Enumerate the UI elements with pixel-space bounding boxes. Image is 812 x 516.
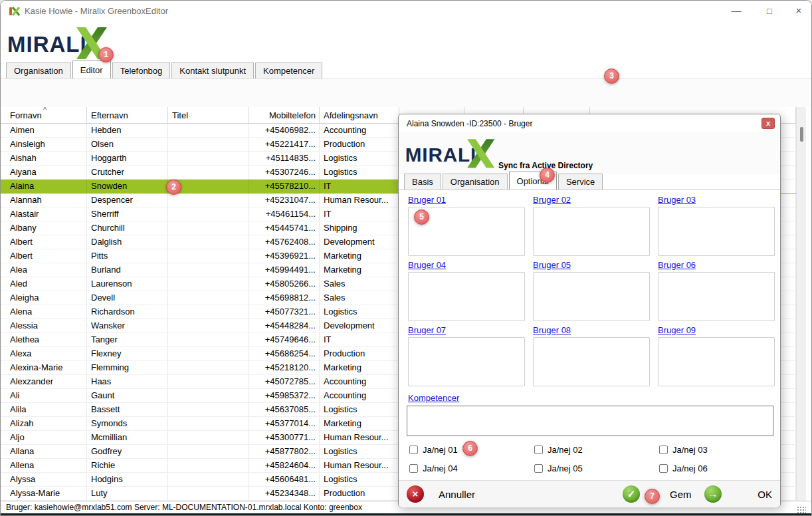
table-cell: Marketing — [320, 263, 399, 277]
column-header-efternavn[interactable]: Efternavn — [87, 107, 168, 123]
bruger-textbox[interactable] — [533, 272, 650, 321]
dialog-tab-strip: BasisOrganisationOptionalService — [404, 174, 604, 190]
kompetencer-link[interactable]: Kompetencer — [408, 393, 459, 403]
table-cell: Production — [320, 487, 399, 500]
table-cell — [168, 138, 249, 151]
table-cell: Albert — [1, 249, 87, 263]
checkbox-ja-nej-03[interactable]: Ja/nej 03 — [659, 444, 708, 455]
checkbox-ja-nej-02[interactable]: Ja/nej 02 — [534, 444, 583, 455]
checkbox-ja-nej-05[interactable]: Ja/nej 05 — [534, 463, 583, 473]
table-cell: +45824604... — [249, 459, 320, 472]
checkbox-ja-nej-01[interactable]: Ja/nej 01 — [409, 444, 458, 455]
table-cell: IT — [320, 180, 399, 193]
column-header-afdelingsnavn[interactable]: Afdelingsnavn — [320, 107, 399, 123]
table-cell: Marketing — [320, 361, 399, 374]
bruger-link-bruger-03[interactable]: Bruger 03 — [658, 195, 696, 205]
tab-organisation[interactable]: Organisation — [6, 63, 71, 78]
close-button[interactable]: × — [789, 5, 809, 16]
ok-button[interactable]: OK — [758, 489, 772, 500]
column-header-mobiltelefon[interactable]: Mobiltelefon — [249, 107, 320, 123]
table-cell: Godfrey — [87, 445, 168, 458]
tab-editor[interactable]: Editor — [72, 61, 111, 78]
tab-kontakt-slutpunkt[interactable]: Kontakt slutpunkt — [171, 63, 254, 78]
bruger-link-bruger-02[interactable]: Bruger 02 — [533, 195, 571, 205]
bruger-textbox[interactable] — [408, 272, 525, 321]
bruger-textbox[interactable] — [658, 337, 775, 386]
table-cell: +45805266... — [249, 277, 320, 291]
table-cell — [168, 152, 249, 165]
table-cell: Allena — [1, 459, 87, 472]
table-cell: Mcmillian — [87, 431, 168, 444]
table-cell: Accounting — [320, 124, 399, 137]
table-cell — [168, 166, 249, 179]
table-cell: Shipping — [320, 221, 399, 235]
table-cell: Aled — [1, 277, 87, 291]
table-cell — [168, 249, 249, 263]
table-cell: Ali — [1, 389, 87, 402]
table-cell: Laurenson — [87, 277, 168, 291]
checkbox-box[interactable] — [659, 464, 668, 473]
bruger-textbox[interactable] — [533, 337, 650, 386]
dialog-body: Bruger 01Bruger 02Bruger 03Bruger 04Brug… — [399, 190, 780, 480]
tab-kompetencer[interactable]: Kompetencer — [255, 63, 322, 78]
bruger-textbox[interactable] — [658, 207, 775, 256]
checkbox-box[interactable] — [659, 446, 668, 454]
bruger-link-bruger-05[interactable]: Bruger 05 — [533, 260, 571, 270]
bruger-link-bruger-01[interactable]: Bruger 01 — [408, 195, 446, 205]
table-cell — [168, 473, 249, 486]
bruger-link-bruger-09[interactable]: Bruger 09 — [658, 325, 696, 335]
table-cell — [168, 417, 249, 430]
checkbox-ja-nej-04[interactable]: Ja/nej 04 — [409, 463, 458, 473]
ok-icon[interactable]: → — [704, 485, 722, 503]
column-header-titel[interactable]: Titel — [168, 107, 249, 123]
main-tab-strip: OrganisationEditorTelefonbogKontakt slut… — [6, 62, 324, 78]
checkbox-box[interactable] — [409, 446, 418, 454]
bruger-link-bruger-04[interactable]: Bruger 04 — [408, 260, 446, 270]
table-cell: Logistics — [320, 473, 399, 486]
bruger-field: Bruger 07 — [408, 324, 525, 386]
table-cell — [168, 487, 249, 500]
table-cell — [168, 389, 249, 402]
cancel-icon[interactable]: × — [407, 485, 424, 503]
table-cell — [168, 347, 249, 360]
save-icon[interactable]: ✓ — [623, 485, 640, 503]
table-cell: Aljo — [1, 431, 87, 444]
table-cell: Alastair — [1, 207, 87, 221]
logo-wordmark: MIRALI — [7, 32, 87, 57]
window-title: Kasie Howie - Miralix GreenboxEditor — [25, 6, 168, 16]
bruger-textbox[interactable] — [408, 337, 525, 386]
table-cell: Ainsleigh — [1, 138, 87, 151]
sort-ascending-icon[interactable]: ^ — [43, 107, 47, 114]
checkbox-box[interactable] — [409, 464, 418, 473]
bruger-textbox[interactable] — [533, 207, 650, 256]
table-cell: +45985372... — [249, 389, 320, 402]
bruger-textbox[interactable] — [658, 272, 775, 321]
table-cell — [168, 207, 249, 221]
tab-telefonbog[interactable]: Telefonbog — [112, 63, 171, 78]
checkbox-label: Ja/nej 03 — [672, 445, 708, 455]
table-cell: Albert — [1, 235, 87, 249]
dialog-tab-service[interactable]: Service — [558, 174, 603, 190]
dialog-tab-basis[interactable]: Basis — [404, 174, 441, 190]
cancel-button[interactable]: Annuller — [439, 489, 475, 500]
maximize-button[interactable]: □ — [760, 6, 779, 16]
resize-grip[interactable] — [797, 506, 806, 514]
checkbox-box[interactable] — [534, 446, 543, 454]
dialog-tab-organisation[interactable]: Organisation — [443, 174, 508, 190]
table-cell: +45300771... — [249, 431, 320, 444]
table-cell — [168, 445, 249, 458]
checkbox-ja-nej-06[interactable]: Ja/nej 06 — [659, 463, 708, 473]
bruger-link-bruger-08[interactable]: Bruger 08 — [533, 325, 571, 335]
bruger-link-bruger-07[interactable]: Bruger 07 — [408, 325, 446, 335]
checkbox-box[interactable] — [534, 464, 543, 473]
dialog-close-button[interactable]: x — [761, 118, 775, 129]
kompetencer-textbox[interactable] — [407, 406, 773, 436]
save-button[interactable]: Gem — [670, 489, 692, 500]
table-cell: Production — [320, 347, 399, 360]
table-cell: +45578210... — [249, 180, 320, 193]
vertical-scrollbar[interactable] — [796, 107, 806, 501]
scrollbar-thumb[interactable] — [800, 127, 803, 142]
minimize-button[interactable]: — — [726, 5, 746, 16]
bruger-link-bruger-06[interactable]: Bruger 06 — [658, 260, 696, 270]
table-cell: Bassett — [87, 403, 168, 416]
